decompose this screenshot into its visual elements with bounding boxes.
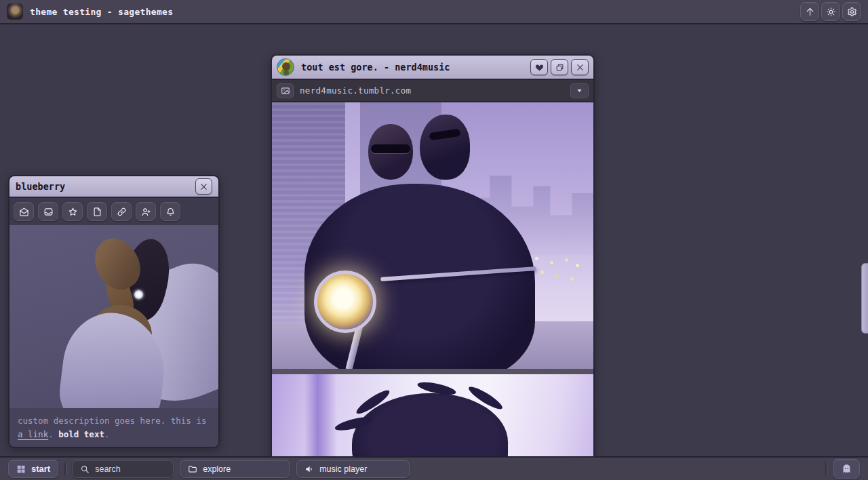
topbar: theme testing - sagethemes xyxy=(0,0,868,24)
bell-icon xyxy=(165,207,176,217)
desktop: theme testing - sagethemes tout est gore… xyxy=(0,0,868,480)
description-text: . xyxy=(48,429,58,439)
image-icon xyxy=(281,86,290,96)
photo-detail xyxy=(134,290,143,299)
scrollbar-thumb[interactable] xyxy=(861,263,868,334)
start-label: start xyxy=(31,464,50,474)
search-label: search xyxy=(95,464,121,474)
explore-label: explore xyxy=(203,464,231,474)
user-avatar[interactable] xyxy=(7,3,23,20)
notifications-button[interactable] xyxy=(160,202,180,221)
taskbar-explore-button[interactable]: explore xyxy=(180,460,290,478)
topbar-buttons xyxy=(800,2,861,21)
window-controls xyxy=(530,59,589,75)
blueberry-toolbar xyxy=(9,198,218,225)
close-icon xyxy=(199,182,208,191)
scroll-to-top-button[interactable] xyxy=(800,2,819,21)
photo-detail xyxy=(535,257,538,260)
photo-detail xyxy=(420,115,470,180)
restore-button[interactable] xyxy=(551,59,568,75)
description-text: custom description goes here. this is xyxy=(18,416,206,426)
blueberry-title: blueberry xyxy=(16,181,189,192)
blueberry-close-button[interactable] xyxy=(195,178,212,195)
taskbar-divider xyxy=(825,462,827,475)
search-icon xyxy=(80,464,90,474)
sidebar-portrait-image xyxy=(9,225,218,408)
blog-window: tout est gore. - nerd4music nerd4music.t… xyxy=(271,54,595,480)
music-player-label: music player xyxy=(319,464,367,474)
windows-icon xyxy=(16,464,26,474)
gear-icon xyxy=(847,7,857,17)
photo-detail xyxy=(314,271,376,333)
url-text: nerd4music.tumblr.com xyxy=(300,85,564,96)
file-icon xyxy=(92,207,102,217)
taskbar-music-player-button[interactable]: music player xyxy=(296,460,410,478)
blog-content xyxy=(272,102,593,480)
taskbar: start search explore music player xyxy=(0,456,868,480)
chevron-down-icon xyxy=(575,86,584,95)
blog-avatar[interactable] xyxy=(277,58,294,76)
description-link[interactable]: a link xyxy=(18,429,48,439)
description-bold-text: bold text xyxy=(58,429,104,439)
favorites-button[interactable] xyxy=(62,202,83,221)
blog-description: custom description goes here. this is a … xyxy=(9,408,218,447)
heart-icon xyxy=(535,63,544,72)
taskbar-divider xyxy=(64,462,66,475)
photo-post-motorcycle[interactable] xyxy=(272,102,593,369)
description-text: . xyxy=(104,429,110,439)
star-icon xyxy=(68,207,78,217)
tray-ghost-button[interactable] xyxy=(833,459,860,479)
blueberry-titlebar[interactable]: blueberry xyxy=(9,176,218,198)
ask-button[interactable] xyxy=(14,202,34,221)
start-button[interactable]: start xyxy=(8,460,58,478)
blueberry-window: blueberry xyxy=(8,175,220,448)
close-button[interactable] xyxy=(571,59,589,75)
speaker-icon xyxy=(304,464,314,474)
restore-icon xyxy=(555,63,564,72)
submit-button[interactable] xyxy=(38,202,58,221)
theme-toggle-button[interactable] xyxy=(821,2,840,21)
blog-window-titlebar[interactable]: tout est gore. - nerd4music xyxy=(272,56,593,80)
taskbar-search-button[interactable]: search xyxy=(72,460,174,478)
links-button[interactable] xyxy=(111,202,132,221)
link-icon xyxy=(117,207,127,217)
dropdown-button[interactable] xyxy=(570,83,589,98)
photo-detail xyxy=(371,144,410,153)
arrow-up-icon xyxy=(805,7,815,17)
close-icon xyxy=(576,63,585,72)
favicon-button[interactable] xyxy=(277,83,294,98)
settings-button[interactable] xyxy=(842,2,861,21)
mail-open-icon xyxy=(19,207,29,217)
ghost-icon xyxy=(841,463,852,475)
sun-icon xyxy=(826,7,836,17)
follow-button[interactable] xyxy=(136,202,156,221)
page-title: theme testing - sagethemes xyxy=(30,7,173,17)
user-plus-icon xyxy=(141,207,151,217)
like-button[interactable] xyxy=(530,59,548,75)
inbox-icon xyxy=(43,207,54,217)
archive-button[interactable] xyxy=(87,202,107,221)
blog-window-title: tout est gore. - nerd4music xyxy=(301,62,524,73)
address-bar: nerd4music.tumblr.com xyxy=(272,80,593,102)
folder-icon xyxy=(188,464,197,474)
post-gap xyxy=(272,369,593,374)
